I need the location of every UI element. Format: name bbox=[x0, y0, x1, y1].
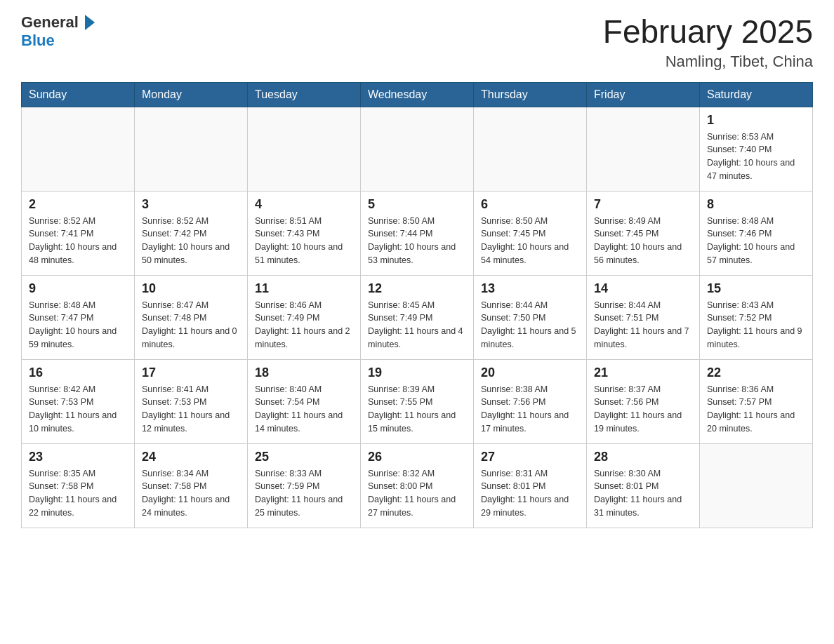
day-number: 11 bbox=[255, 281, 353, 296]
day-info: Sunrise: 8:43 AMSunset: 7:52 PMDaylight:… bbox=[707, 299, 805, 351]
table-row: 15Sunrise: 8:43 AMSunset: 7:52 PMDayligh… bbox=[700, 275, 813, 359]
day-number: 22 bbox=[707, 365, 805, 380]
calendar-header-row: Sunday Monday Tuesday Wednesday Thursday… bbox=[22, 82, 813, 107]
day-info: Sunrise: 8:50 AMSunset: 7:44 PMDaylight:… bbox=[368, 215, 466, 267]
table-row: 16Sunrise: 8:42 AMSunset: 7:53 PMDayligh… bbox=[22, 359, 135, 443]
table-row: 20Sunrise: 8:38 AMSunset: 7:56 PMDayligh… bbox=[474, 359, 587, 443]
day-info: Sunrise: 8:39 AMSunset: 7:55 PMDaylight:… bbox=[368, 383, 466, 436]
table-row: 12Sunrise: 8:45 AMSunset: 7:49 PMDayligh… bbox=[361, 275, 474, 359]
day-info: Sunrise: 8:45 AMSunset: 7:49 PMDaylight:… bbox=[368, 299, 466, 351]
day-info: Sunrise: 8:52 AMSunset: 7:42 PMDaylight:… bbox=[142, 215, 240, 267]
day-info: Sunrise: 8:51 AMSunset: 7:43 PMDaylight:… bbox=[255, 215, 353, 267]
calendar-week-row: 2Sunrise: 8:52 AMSunset: 7:41 PMDaylight… bbox=[22, 191, 813, 275]
table-row: 18Sunrise: 8:40 AMSunset: 7:54 PMDayligh… bbox=[248, 359, 361, 443]
col-thursday: Thursday bbox=[474, 82, 587, 107]
day-info: Sunrise: 8:41 AMSunset: 7:53 PMDaylight:… bbox=[142, 383, 240, 436]
day-info: Sunrise: 8:31 AMSunset: 8:01 PMDaylight:… bbox=[481, 467, 579, 520]
col-tuesday: Tuesday bbox=[248, 82, 361, 107]
table-row: 27Sunrise: 8:31 AMSunset: 8:01 PMDayligh… bbox=[474, 443, 587, 528]
day-info: Sunrise: 8:50 AMSunset: 7:45 PMDaylight:… bbox=[481, 215, 579, 267]
day-info: Sunrise: 8:32 AMSunset: 8:00 PMDaylight:… bbox=[368, 467, 466, 520]
table-row bbox=[22, 107, 135, 191]
day-number: 26 bbox=[368, 450, 466, 464]
col-saturday: Saturday bbox=[700, 82, 813, 107]
day-number: 28 bbox=[594, 450, 692, 464]
day-number: 1 bbox=[707, 113, 805, 128]
day-number: 7 bbox=[594, 197, 692, 212]
table-row: 11Sunrise: 8:46 AMSunset: 7:49 PMDayligh… bbox=[248, 275, 361, 359]
calendar-week-row: 9Sunrise: 8:48 AMSunset: 7:47 PMDaylight… bbox=[22, 275, 813, 359]
day-info: Sunrise: 8:40 AMSunset: 7:54 PMDaylight:… bbox=[255, 383, 353, 436]
day-info: Sunrise: 8:46 AMSunset: 7:49 PMDaylight:… bbox=[255, 299, 353, 351]
day-number: 8 bbox=[707, 197, 805, 212]
day-info: Sunrise: 8:34 AMSunset: 7:58 PMDaylight:… bbox=[142, 467, 240, 520]
calendar-week-row: 23Sunrise: 8:35 AMSunset: 7:58 PMDayligh… bbox=[22, 443, 813, 528]
page-header: General Blue February 2025 Namling, Tibe… bbox=[21, 14, 813, 71]
table-row bbox=[361, 107, 474, 191]
table-row: 21Sunrise: 8:37 AMSunset: 7:56 PMDayligh… bbox=[587, 359, 700, 443]
day-number: 19 bbox=[368, 365, 466, 380]
day-number: 10 bbox=[142, 281, 240, 296]
col-monday: Monday bbox=[135, 82, 248, 107]
table-row: 6Sunrise: 8:50 AMSunset: 7:45 PMDaylight… bbox=[474, 191, 587, 275]
calendar-subtitle: Namling, Tibet, China bbox=[603, 53, 813, 71]
col-sunday: Sunday bbox=[22, 82, 135, 107]
logo-text-general: General bbox=[21, 14, 79, 31]
day-number: 3 bbox=[142, 197, 240, 212]
table-row bbox=[135, 107, 248, 191]
day-number: 14 bbox=[594, 281, 692, 296]
calendar-table: Sunday Monday Tuesday Wednesday Thursday… bbox=[21, 82, 813, 528]
day-info: Sunrise: 8:35 AMSunset: 7:58 PMDaylight:… bbox=[29, 467, 127, 520]
day-info: Sunrise: 8:48 AMSunset: 7:46 PMDaylight:… bbox=[707, 215, 805, 267]
table-row: 3Sunrise: 8:52 AMSunset: 7:42 PMDaylight… bbox=[135, 191, 248, 275]
logo: General Blue bbox=[21, 14, 95, 49]
day-number: 12 bbox=[368, 281, 466, 296]
table-row: 25Sunrise: 8:33 AMSunset: 7:59 PMDayligh… bbox=[248, 443, 361, 528]
day-number: 5 bbox=[368, 197, 466, 212]
day-info: Sunrise: 8:36 AMSunset: 7:57 PMDaylight:… bbox=[707, 383, 805, 436]
table-row: 17Sunrise: 8:41 AMSunset: 7:53 PMDayligh… bbox=[135, 359, 248, 443]
day-info: Sunrise: 8:53 AMSunset: 7:40 PMDaylight:… bbox=[707, 130, 805, 183]
day-number: 17 bbox=[142, 365, 240, 380]
logo-text-blue: Blue bbox=[21, 32, 95, 49]
day-info: Sunrise: 8:37 AMSunset: 7:56 PMDaylight:… bbox=[594, 383, 692, 436]
day-info: Sunrise: 8:48 AMSunset: 7:47 PMDaylight:… bbox=[29, 299, 127, 351]
day-info: Sunrise: 8:38 AMSunset: 7:56 PMDaylight:… bbox=[481, 383, 579, 436]
day-number: 4 bbox=[255, 197, 353, 212]
day-number: 20 bbox=[481, 365, 579, 380]
day-info: Sunrise: 8:47 AMSunset: 7:48 PMDaylight:… bbox=[142, 299, 240, 351]
day-info: Sunrise: 8:44 AMSunset: 7:51 PMDaylight:… bbox=[594, 299, 692, 351]
day-info: Sunrise: 8:44 AMSunset: 7:50 PMDaylight:… bbox=[481, 299, 579, 351]
day-number: 6 bbox=[481, 197, 579, 212]
table-row: 22Sunrise: 8:36 AMSunset: 7:57 PMDayligh… bbox=[700, 359, 813, 443]
table-row: 26Sunrise: 8:32 AMSunset: 8:00 PMDayligh… bbox=[361, 443, 474, 528]
calendar-week-row: 16Sunrise: 8:42 AMSunset: 7:53 PMDayligh… bbox=[22, 359, 813, 443]
day-number: 24 bbox=[142, 450, 240, 464]
table-row: 1Sunrise: 8:53 AMSunset: 7:40 PMDaylight… bbox=[700, 107, 813, 191]
day-info: Sunrise: 8:42 AMSunset: 7:53 PMDaylight:… bbox=[29, 383, 127, 436]
day-info: Sunrise: 8:33 AMSunset: 7:59 PMDaylight:… bbox=[255, 467, 353, 520]
day-info: Sunrise: 8:49 AMSunset: 7:45 PMDaylight:… bbox=[594, 215, 692, 267]
day-number: 27 bbox=[481, 450, 579, 464]
title-block: February 2025 Namling, Tibet, China bbox=[603, 14, 813, 71]
table-row: 13Sunrise: 8:44 AMSunset: 7:50 PMDayligh… bbox=[474, 275, 587, 359]
day-number: 18 bbox=[255, 365, 353, 380]
table-row: 4Sunrise: 8:51 AMSunset: 7:43 PMDaylight… bbox=[248, 191, 361, 275]
table-row: 7Sunrise: 8:49 AMSunset: 7:45 PMDaylight… bbox=[587, 191, 700, 275]
day-number: 15 bbox=[707, 281, 805, 296]
logo-arrow-icon bbox=[85, 15, 95, 30]
table-row: 9Sunrise: 8:48 AMSunset: 7:47 PMDaylight… bbox=[22, 275, 135, 359]
day-number: 23 bbox=[29, 450, 127, 464]
table-row: 2Sunrise: 8:52 AMSunset: 7:41 PMDaylight… bbox=[22, 191, 135, 275]
day-number: 2 bbox=[29, 197, 127, 212]
day-number: 9 bbox=[29, 281, 127, 296]
col-wednesday: Wednesday bbox=[361, 82, 474, 107]
table-row: 8Sunrise: 8:48 AMSunset: 7:46 PMDaylight… bbox=[700, 191, 813, 275]
day-number: 21 bbox=[594, 365, 692, 380]
day-number: 25 bbox=[255, 450, 353, 464]
table-row bbox=[248, 107, 361, 191]
calendar-title: February 2025 bbox=[603, 14, 813, 50]
table-row: 10Sunrise: 8:47 AMSunset: 7:48 PMDayligh… bbox=[135, 275, 248, 359]
table-row: 24Sunrise: 8:34 AMSunset: 7:58 PMDayligh… bbox=[135, 443, 248, 528]
table-row: 23Sunrise: 8:35 AMSunset: 7:58 PMDayligh… bbox=[22, 443, 135, 528]
